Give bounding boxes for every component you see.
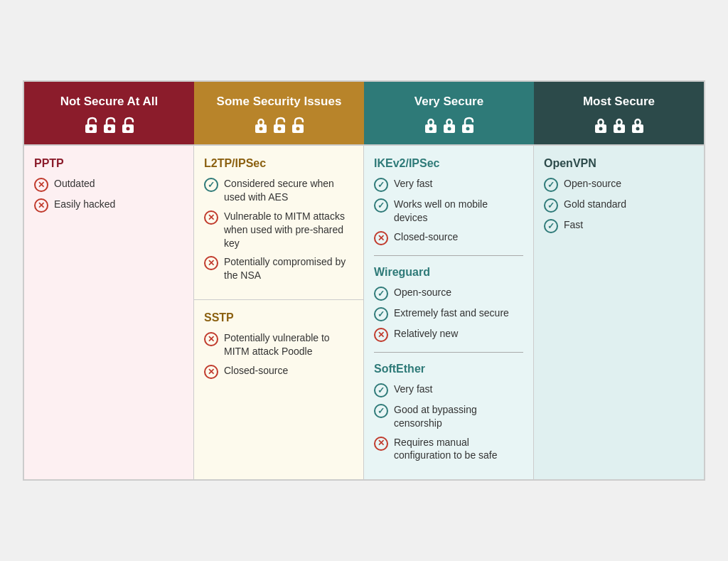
check-icon: ✓ (544, 178, 558, 192)
svg-point-25 (617, 127, 621, 131)
cross-icon: ✕ (34, 198, 48, 213)
col-most-secure-body: OpenVPN ✓ Open-source ✓ Gold standard ✓ … (534, 146, 704, 479)
lock-icon (83, 116, 99, 134)
sstp-item-2-text: Closed-source (224, 364, 288, 378)
header-very-secure-label: Very Secure (371, 95, 527, 109)
svg-point-7 (259, 127, 262, 131)
svg-rect-23 (598, 119, 603, 125)
comparison-table: Not Secure At All (23, 80, 705, 481)
cross-icon: ✕ (204, 365, 218, 379)
wireguard-item-3-text: Relatively new (394, 327, 458, 341)
cross-icon: ✕ (374, 328, 388, 342)
softether-item-2-text: Good at bypassing censorship (394, 403, 523, 430)
section-ikev2: IKEv2/IPSec ✓ Very fast ✓ Works well on … (374, 157, 523, 245)
pptp-item-2: ✕ Easily hacked (34, 198, 183, 213)
l2tp-item-2-text: Vulnerable to MITM attacks when used wit… (224, 210, 353, 250)
lock-icon (630, 116, 646, 134)
svg-point-5 (126, 127, 129, 131)
header-most-secure: Most Secure (534, 82, 704, 144)
wireguard-item-3: ✕ Relatively new (374, 327, 523, 342)
section-softether: SoftEther ✓ Very fast ✓ Good at bypassin… (374, 352, 523, 463)
svg-point-17 (447, 127, 451, 131)
softether-item-1: ✓ Very fast (374, 383, 523, 397)
header-not-secure-label: Not Secure At All (31, 95, 187, 109)
wireguard-item-1: ✓ Open-source (374, 286, 523, 301)
cross-icon: ✕ (34, 178, 48, 192)
svg-rect-29 (635, 119, 640, 125)
sstp-item-1: ✕ Potentially vulnerable to MITM attack … (204, 331, 353, 358)
ikev2-item-2-text: Works well on mobile devices (394, 198, 523, 225)
check-icon: ✓ (374, 198, 388, 213)
cross-icon: ✕ (204, 210, 218, 225)
col-sstp: SSTP ✕ Potentially vulnerable to MITM at… (194, 299, 363, 396)
wireguard-item-1-text: Open-source (394, 286, 451, 299)
cross-icon: ✕ (374, 437, 388, 451)
header-not-secure: Not Secure At All (24, 82, 194, 144)
svg-point-20 (466, 127, 469, 131)
pptp-item-1-text: Outdated (54, 177, 95, 191)
cross-icon: ✕ (374, 231, 388, 245)
openvpn-item-3: ✓ Fast (544, 218, 694, 233)
lock-icon (460, 116, 476, 134)
header-most-secure-locks (541, 116, 697, 134)
col-pptp: PPTP ✕ Outdated ✕ Easily hacked (24, 146, 194, 479)
wireguard-item-2: ✓ Extremely fast and secure (374, 306, 523, 321)
lock-icon (593, 116, 609, 134)
svg-rect-15 (428, 119, 433, 125)
ikev2-item-3: ✕ Closed-source (374, 230, 523, 245)
l2tp-item-2: ✕ Vulnerable to MITM attacks when used w… (204, 210, 353, 250)
svg-rect-18 (446, 119, 451, 125)
header-very-secure: Very Secure (364, 82, 534, 144)
col-some-issues-body: L2TP/IPSec ✓ Considered secure when used… (194, 146, 364, 479)
check-icon: ✓ (204, 178, 218, 192)
check-icon: ✓ (374, 287, 388, 301)
l2tp-item-1: ✓ Considered secure when used with AES (204, 177, 353, 204)
protocol-l2tp: L2TP/IPSec (204, 157, 353, 170)
header-some-issues-locks (201, 116, 357, 134)
protocol-softether: SoftEther (374, 363, 523, 375)
header-row: Not Secure At All (24, 82, 704, 144)
svg-point-10 (277, 127, 281, 131)
lock-icon (253, 116, 269, 134)
lock-icon (423, 116, 439, 134)
openvpn-item-1: ✓ Open-source (544, 177, 694, 192)
lock-icon (290, 116, 306, 134)
lock-icon (120, 116, 136, 134)
lock-icon (611, 116, 627, 134)
l2tp-item-3: ✕ Potentially compromised by the NSA (204, 255, 353, 282)
svg-point-14 (429, 127, 432, 131)
l2tp-item-1-text: Considered secure when used with AES (224, 177, 353, 204)
softether-item-1-text: Very fast (394, 383, 432, 396)
section-wireguard: Wireguard ✓ Open-source ✓ Extremely fast… (374, 255, 523, 342)
check-icon: ✓ (544, 219, 558, 233)
check-icon: ✓ (374, 178, 388, 192)
ikev2-item-3-text: Closed-source (394, 230, 458, 244)
openvpn-item-2: ✓ Gold standard (544, 198, 694, 213)
header-most-secure-label: Most Secure (541, 95, 697, 109)
ikev2-item-2: ✓ Works well on mobile devices (374, 198, 523, 225)
pptp-item-2-text: Easily hacked (54, 198, 115, 211)
body-row: PPTP ✕ Outdated ✕ Easily hacked L2TP/IPS… (24, 144, 704, 479)
cross-icon: ✕ (204, 256, 218, 270)
protocol-sstp: SSTP (204, 311, 353, 324)
svg-point-22 (599, 127, 602, 131)
ikev2-item-1-text: Very fast (394, 177, 432, 191)
softether-item-3: ✕ Requires manual configuration to be sa… (374, 436, 523, 463)
softether-item-2: ✓ Good at bypassing censorship (374, 403, 523, 430)
protocol-ikev2: IKEv2/IPSec (374, 157, 523, 170)
header-not-secure-locks (31, 116, 187, 134)
check-icon: ✓ (374, 383, 388, 397)
lock-icon (441, 116, 457, 134)
header-some-issues: Some Security Issues (194, 82, 364, 144)
svg-point-12 (296, 127, 299, 131)
openvpn-item-3-text: Fast (564, 218, 583, 232)
wireguard-item-2-text: Extremely fast and secure (394, 306, 509, 320)
svg-rect-8 (258, 119, 263, 125)
check-icon: ✓ (374, 404, 388, 418)
check-icon: ✓ (544, 198, 558, 213)
col-very-secure-body: IKEv2/IPSec ✓ Very fast ✓ Works well on … (364, 146, 534, 479)
sstp-item-1-text: Potentially vulnerable to MITM attack Po… (224, 331, 353, 358)
pptp-item-1: ✕ Outdated (34, 177, 183, 192)
col-l2tp: L2TP/IPSec ✓ Considered secure when used… (194, 146, 363, 299)
softether-item-3-text: Requires manual configuration to be safe (394, 436, 523, 463)
